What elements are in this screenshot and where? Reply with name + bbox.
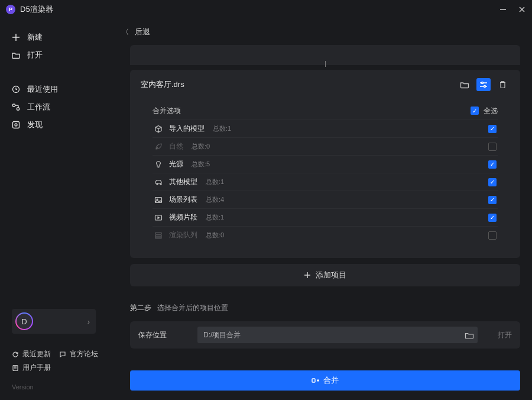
sidebar-item-label: 打开 — [27, 50, 43, 60]
sidebar: 新建 打开 最近使用 工作流 发现 D › — [0, 19, 106, 400]
option-label: 场景列表 — [169, 195, 197, 205]
option-row[interactable]: 导入的模型总数:1✓ — [153, 120, 498, 137]
select-all-checkbox[interactable]: ✓ 全选 — [471, 106, 498, 116]
bulb-icon — [154, 160, 163, 169]
checkbox-checked-icon: ✓ — [471, 107, 479, 115]
option-row[interactable]: 光源总数:5✓ — [153, 155, 498, 173]
image-icon — [154, 196, 163, 204]
option-count: 总数:5 — [192, 160, 210, 169]
chevron-right-icon: › — [87, 317, 90, 326]
svg-rect-22 — [155, 237, 161, 238]
option-checkbox[interactable]: ✓ — [488, 178, 497, 186]
previous-card-edge — [130, 45, 520, 65]
save-path-input[interactable]: D:/项目合并 — [197, 327, 478, 343]
option-label: 导入的模型 — [169, 124, 205, 134]
option-label: 渲染队列 — [169, 230, 197, 240]
sidebar-item-label: 新建 — [27, 32, 43, 43]
option-row[interactable]: 场景列表总数:4✓ — [153, 191, 498, 208]
save-location-label: 保存位置 — [138, 330, 180, 340]
svg-point-16 — [484, 86, 486, 88]
option-row[interactable]: 其他模型总数:1✓ — [153, 173, 498, 191]
titlebar: P D5渲染器 — [0, 0, 532, 19]
plus-icon — [12, 33, 20, 41]
option-checkbox[interactable]: ✓ — [488, 125, 497, 133]
car-icon — [154, 178, 163, 186]
settings-button[interactable] — [476, 78, 491, 91]
option-checkbox — [488, 231, 497, 240]
option-checkbox[interactable]: ✓ — [488, 196, 497, 204]
sidebar-item-label: 发现 — [27, 120, 43, 130]
option-row: 自然总数:0 — [153, 137, 498, 155]
browse-folder-button[interactable] — [458, 78, 472, 91]
step2-desc: 选择合并后的项目位置 — [157, 303, 228, 313]
svg-rect-17 — [155, 197, 162, 202]
merge-icon — [312, 377, 320, 384]
workflow-icon — [12, 103, 20, 111]
option-checkbox[interactable]: ✓ — [488, 160, 497, 169]
leaf-icon — [154, 143, 163, 151]
user-row[interactable]: D › — [12, 309, 96, 334]
option-count: 总数:0 — [206, 231, 224, 240]
discover-icon — [12, 121, 20, 129]
option-count: 总数:4 — [206, 195, 224, 204]
video-icon — [154, 214, 163, 222]
merge-button-label: 合并 — [323, 375, 339, 386]
step2-label: 第二步 — [130, 303, 151, 313]
link-manual[interactable]: 用户手册 — [12, 363, 51, 373]
book-icon — [12, 364, 19, 372]
link-updates[interactable]: 最近更新 — [12, 349, 51, 359]
option-count: 总数:1 — [206, 178, 224, 186]
link-label: 最近更新 — [22, 349, 51, 359]
option-label: 光源 — [169, 159, 183, 169]
add-project-button[interactable]: 添加项目 — [130, 264, 520, 286]
link-label: 用户手册 — [22, 363, 51, 373]
sidebar-item-open[interactable]: 打开 — [12, 46, 102, 64]
merge-options-label: 合并选项 — [153, 106, 181, 116]
avatar: D — [15, 312, 33, 330]
option-label: 视频片段 — [169, 212, 197, 222]
svg-rect-25 — [312, 379, 315, 382]
svg-rect-8 — [13, 122, 20, 128]
svg-rect-21 — [155, 235, 161, 237]
option-checkbox — [488, 143, 497, 151]
chat-icon — [59, 351, 66, 358]
merge-button[interactable]: 合并 — [130, 370, 520, 391]
sidebar-item-discover[interactable]: 发现 — [12, 116, 102, 134]
option-checkbox[interactable]: ✓ — [488, 214, 497, 222]
plus-icon — [304, 272, 311, 279]
minimize-button[interactable] — [499, 5, 507, 14]
sidebar-item-label: 工作流 — [27, 102, 50, 112]
svg-rect-6 — [13, 104, 15, 107]
delete-button[interactable] — [495, 78, 510, 91]
sidebar-item-recent[interactable]: 最近使用 — [12, 80, 102, 98]
file-name: 室内客厅.drs — [141, 79, 184, 90]
add-project-label: 添加项目 — [316, 270, 346, 280]
close-button[interactable] — [518, 5, 526, 14]
version-text: Version — [12, 383, 102, 391]
folder-icon — [12, 51, 20, 59]
app-title: D5渲染器 — [20, 4, 53, 15]
option-label: 其他模型 — [169, 177, 197, 187]
option-row[interactable]: 视频片段总数:1✓ — [153, 208, 498, 226]
option-count: 总数:1 — [206, 213, 224, 222]
project-card: 室内客厅.drs 合并选项 — [130, 70, 520, 258]
sidebar-item-new[interactable]: 新建 — [12, 28, 102, 46]
link-forum[interactable]: 官方论坛 — [59, 349, 98, 359]
svg-point-9 — [15, 124, 17, 126]
clock-icon — [12, 85, 20, 93]
queue-icon — [154, 231, 163, 240]
sidebar-item-label: 最近使用 — [27, 84, 58, 95]
svg-point-14 — [482, 82, 484, 84]
chevron-left-icon: 〈 — [122, 27, 129, 37]
back-label: 后退 — [135, 27, 150, 37]
option-row: 渲染队列总数:0 — [153, 226, 498, 244]
back-button[interactable]: 〈 后退 — [122, 19, 520, 45]
open-location-button[interactable]: 打开 — [498, 330, 512, 340]
select-all-label: 全选 — [484, 106, 498, 116]
link-label: 官方论坛 — [70, 349, 98, 359]
folder-icon[interactable] — [465, 331, 474, 339]
option-count: 总数:1 — [213, 124, 231, 133]
sidebar-item-workflow[interactable]: 工作流 — [12, 98, 102, 116]
svg-rect-20 — [155, 233, 161, 234]
svg-rect-7 — [17, 108, 20, 110]
